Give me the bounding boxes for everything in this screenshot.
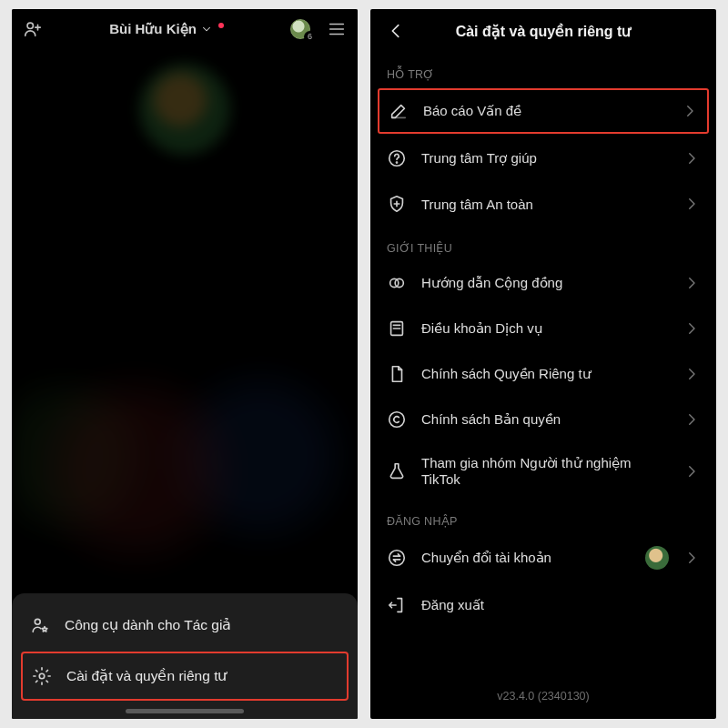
coin-badge-count: 6 xyxy=(304,31,316,43)
chevron-right-icon xyxy=(683,275,700,291)
svg-point-4 xyxy=(396,162,397,163)
settings-privacy-screen: Cài đặt và quyền riêng tư HỖ TRỢ Báo cáo… xyxy=(370,9,716,719)
sheet-item-settings-privacy[interactable]: Cài đặt và quyền riêng tư xyxy=(21,652,349,701)
overlap-circles-icon xyxy=(387,273,407,293)
sheet-item-label: Cài đặt và quyền riêng tư xyxy=(66,668,227,684)
svg-point-6 xyxy=(395,278,403,287)
section-support-title: HỖ TRỢ xyxy=(370,53,716,86)
home-indicator[interactable] xyxy=(126,709,244,713)
settings-header: Cài đặt và quyền riêng tư xyxy=(370,9,716,53)
profile-name-dropdown[interactable]: Bùi Hữu Kiện xyxy=(109,21,224,37)
gear-icon xyxy=(32,666,52,686)
row-label: Hướng dẫn Cộng đồng xyxy=(421,275,669,291)
sheet-item-creator-tools[interactable]: Công cụ dành cho Tác giả xyxy=(12,601,358,650)
person-star-icon xyxy=(30,615,50,635)
row-label: Điều khoản Dịch vụ xyxy=(421,320,669,337)
app-version-text: v23.4.0 (2340130) xyxy=(370,690,716,703)
chevron-right-icon xyxy=(683,463,700,480)
row-label: Trung tâm An toàn xyxy=(421,197,669,212)
shield-plus-icon xyxy=(387,194,407,214)
question-circle-icon xyxy=(387,148,407,168)
book-icon xyxy=(387,318,407,339)
chevron-right-icon xyxy=(683,150,700,167)
svg-point-8 xyxy=(389,412,405,428)
row-label: Chuyển đổi tài khoản xyxy=(421,550,631,566)
coin-balance-button[interactable]: 6 xyxy=(290,19,310,39)
row-label: Chính sách Quyền Riêng tư xyxy=(421,366,669,382)
settings-title: Cài đặt và quyền riêng tư xyxy=(456,23,632,40)
row-join-beta[interactable]: Tham gia nhóm Người thử nghiệm TikTok xyxy=(370,442,716,500)
hamburger-menu-icon[interactable] xyxy=(327,19,347,39)
document-icon xyxy=(387,364,407,384)
logout-icon xyxy=(387,595,407,615)
chevron-right-icon xyxy=(683,411,700,428)
row-label: Trung tâm Trợ giúp xyxy=(421,150,669,167)
section-login-title: ĐĂNG NHẬP xyxy=(370,500,716,533)
chevron-right-icon xyxy=(682,103,698,119)
sheet-item-label: Công cụ dành cho Tác giả xyxy=(65,617,231,633)
row-terms-of-service[interactable]: Điều khoản Dịch vụ xyxy=(370,306,716,351)
profile-display-name: Bùi Hữu Kiện xyxy=(109,21,197,37)
account-avatar-thumb xyxy=(645,546,669,570)
chevron-down-icon xyxy=(200,23,213,35)
chevron-right-icon xyxy=(683,550,700,566)
section-about-title: GIỚI THIỆU xyxy=(370,227,716,260)
row-privacy-policy[interactable]: Chính sách Quyền Riêng tư xyxy=(370,351,716,397)
row-report-problem[interactable]: Báo cáo Vấn đề xyxy=(378,88,709,134)
svg-point-0 xyxy=(27,23,33,28)
flask-icon xyxy=(387,461,407,481)
profile-top-bar: Bùi Hữu Kiện 6 xyxy=(12,9,358,49)
pencil-icon xyxy=(389,101,409,121)
chevron-left-icon xyxy=(386,21,406,41)
back-button[interactable] xyxy=(378,9,414,53)
profile-screen-with-sheet: Bùi Hữu Kiện 6 Công cụ dành cho Tác giả xyxy=(12,9,358,719)
row-log-out[interactable]: Đăng xuất xyxy=(370,582,716,628)
notification-dot xyxy=(218,23,224,28)
row-label: Chính sách Bản quyền xyxy=(421,411,669,428)
svg-point-9 xyxy=(389,551,405,566)
copyright-icon xyxy=(387,410,407,430)
svg-point-2 xyxy=(39,673,45,679)
row-help-center[interactable]: Trung tâm Trợ giúp xyxy=(370,136,716,181)
swap-icon xyxy=(387,548,407,568)
add-friend-icon[interactable] xyxy=(23,19,43,39)
chevron-right-icon xyxy=(683,320,700,337)
chevron-right-icon xyxy=(683,196,700,212)
row-safety-center[interactable]: Trung tâm An toàn xyxy=(370,181,716,227)
profile-options-sheet: Công cụ dành cho Tác giả Cài đặt và quyề… xyxy=(12,593,358,719)
row-copyright-policy[interactable]: Chính sách Bản quyền xyxy=(370,397,716,442)
row-label: Tham gia nhóm Người thử nghiệm TikTok xyxy=(421,455,669,487)
row-switch-account[interactable]: Chuyển đổi tài khoản xyxy=(370,533,716,582)
svg-point-1 xyxy=(35,619,40,624)
chevron-right-icon xyxy=(683,366,700,382)
row-label: Báo cáo Vấn đề xyxy=(423,103,667,119)
row-community-guidelines[interactable]: Hướng dẫn Cộng đồng xyxy=(370,260,716,306)
row-label: Đăng xuất xyxy=(421,597,700,613)
